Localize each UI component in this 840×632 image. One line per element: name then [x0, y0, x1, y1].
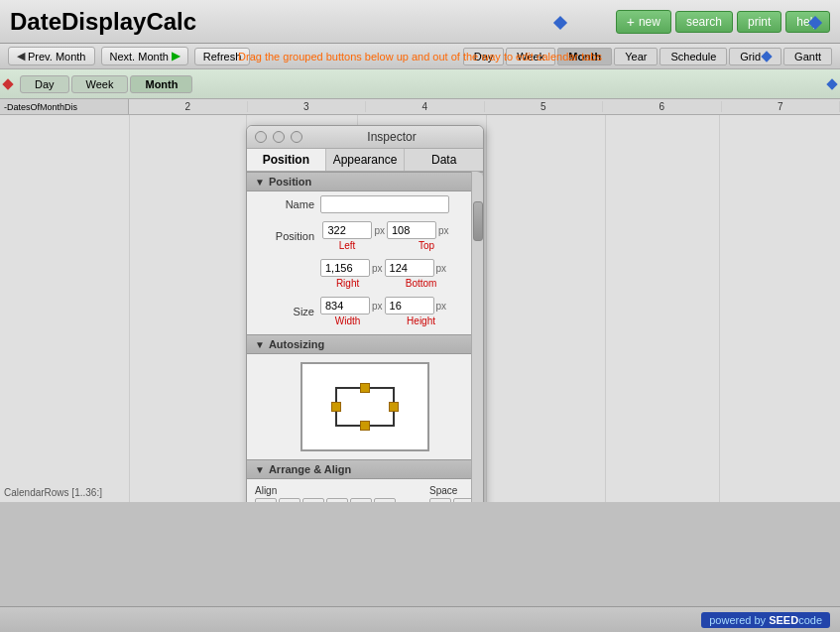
- nav-bar: ◀ Prev. Month Next. Month ▶ Refresh Drag…: [0, 44, 840, 69]
- align-top-btn[interactable]: [326, 498, 348, 502]
- position-section-header: ▼ Position: [247, 172, 483, 191]
- top-px-label: px: [438, 225, 449, 236]
- bottom-input[interactable]: [385, 259, 434, 277]
- scroll-thumb[interactable]: [473, 201, 483, 241]
- right-px-label: px: [372, 263, 383, 274]
- align-center-btn[interactable]: [279, 498, 300, 502]
- prev-month-button[interactable]: ◀ Prev. Month: [8, 47, 95, 65]
- autosizing-area: [247, 354, 483, 459]
- align-left-btn[interactable]: [255, 498, 277, 502]
- tab-grid[interactable]: Grid: [729, 48, 781, 65]
- main-area: CalendarRows [1..36:] Inspector Position…: [0, 115, 840, 502]
- left-px-label: px: [374, 225, 385, 236]
- next-month-button[interactable]: Next. Month ▶: [101, 47, 188, 65]
- inspector-tab-appearance[interactable]: Appearance: [326, 149, 406, 171]
- width-input[interactable]: [320, 297, 370, 315]
- seed-label: SEED: [769, 614, 798, 626]
- ruler-num-4: 5: [485, 101, 604, 112]
- handle-right[interactable]: [389, 402, 399, 412]
- autosizing-diagram: [300, 362, 429, 451]
- left-input[interactable]: [322, 221, 372, 239]
- sub-header: Day Week Month: [0, 69, 840, 99]
- align-center-icon: [284, 501, 296, 502]
- align-middle-icon: [355, 501, 367, 502]
- align-left-icon: [260, 501, 272, 502]
- tab-gantt[interactable]: Gantt: [783, 48, 832, 65]
- calendar-rows-label: CalendarRows [1..36:]: [4, 487, 102, 498]
- inspector-scrollbar[interactable]: [471, 172, 483, 502]
- right-coord-label: Right: [323, 278, 373, 289]
- next-arrow-icon: ▶: [172, 50, 180, 63]
- height-input[interactable]: [385, 297, 434, 315]
- handle-bottom[interactable]: [360, 421, 370, 431]
- win-close-btn[interactable]: [255, 131, 267, 143]
- name-field-row: Name: [247, 191, 483, 217]
- size-label: Size: [255, 306, 314, 317]
- grid-line-1: [129, 115, 130, 502]
- new-button[interactable]: + new: [616, 10, 671, 34]
- handle-top[interactable]: [360, 383, 370, 393]
- space-h-icon: [434, 501, 446, 502]
- space-section: Space: [429, 485, 475, 502]
- align-right-icon: [307, 501, 319, 502]
- tab-year[interactable]: Year: [614, 48, 658, 65]
- bottom-px-label: px: [436, 263, 447, 274]
- title-bar: DateDisplayCalc + new search print help: [0, 0, 840, 44]
- tab-schedule[interactable]: Schedule: [660, 48, 727, 65]
- win-min-btn[interactable]: [273, 131, 285, 143]
- app-title: DateDisplayCalc: [10, 8, 616, 36]
- width-coord-label: Width: [323, 316, 373, 326]
- code-label: code: [798, 614, 822, 626]
- top-coord-label: Top: [402, 240, 451, 251]
- ruler-num-3: 4: [366, 101, 485, 112]
- grid-line-5: [605, 115, 606, 502]
- align-top-icon: [331, 501, 343, 502]
- name-input[interactable]: [320, 195, 449, 213]
- align-label: Align: [255, 485, 396, 496]
- arrange-align-section-header: ▼ Arrange & Align: [247, 459, 483, 479]
- height-coord-label: Height: [397, 316, 446, 326]
- seedcode-badge: powered by SEEDcode: [701, 612, 830, 628]
- ruler-num-5: 6: [603, 101, 722, 112]
- sub-tab-week[interactable]: Week: [71, 75, 129, 93]
- plus-icon: +: [627, 14, 635, 30]
- grid-line-4: [486, 115, 487, 502]
- handle-left[interactable]: [331, 402, 341, 412]
- space-h-btn[interactable]: [429, 498, 451, 502]
- sub-diamond-right: [826, 78, 837, 89]
- search-button[interactable]: search: [675, 11, 733, 33]
- align-middle-btn[interactable]: [350, 498, 372, 502]
- position-label: Position: [255, 230, 314, 242]
- sub-tab-day[interactable]: Day: [20, 75, 69, 93]
- inspector-panel: Inspector Position Appearance Data ▼ Pos…: [246, 125, 484, 502]
- inspector-tabs: Position Appearance Data: [247, 149, 483, 172]
- inspector-titlebar: Inspector: [247, 126, 483, 149]
- align-buttons: [255, 498, 396, 502]
- sub-tab-month[interactable]: Month: [130, 75, 192, 93]
- left-coord-label: Left: [322, 240, 372, 251]
- autosizing-inner-box: [335, 387, 395, 427]
- align-bottom-btn[interactable]: [374, 498, 396, 502]
- inspector-body: ▼ Position Name Position px px: [247, 172, 483, 502]
- ruler-num-2: 3: [248, 101, 367, 112]
- inspector-tab-data[interactable]: Data: [405, 149, 483, 171]
- toolbar-buttons: + new search print help: [616, 10, 830, 34]
- win-max-btn[interactable]: [291, 131, 302, 143]
- prev-arrow-icon: ◀: [17, 50, 25, 63]
- space-label: Space: [429, 485, 475, 496]
- right-input[interactable]: [320, 259, 370, 277]
- top-input[interactable]: [387, 221, 436, 239]
- inspector-title: Inspector: [308, 130, 475, 144]
- inspector-tab-position[interactable]: Position: [247, 149, 326, 171]
- size-field-row: Size px px Width Height: [247, 293, 483, 330]
- space-v-icon: [458, 501, 470, 502]
- bottom-coord-label: Bottom: [397, 278, 446, 289]
- align-right-btn[interactable]: [302, 498, 324, 502]
- nav-hint: Drag the grouped buttons below up and ou…: [238, 51, 602, 63]
- height-px-label: px: [436, 301, 447, 312]
- print-button[interactable]: print: [737, 11, 781, 33]
- ruler-num-1: 2: [129, 101, 248, 112]
- space-buttons: [429, 498, 475, 502]
- align-section: Align: [255, 485, 396, 502]
- name-label: Name: [255, 198, 314, 210]
